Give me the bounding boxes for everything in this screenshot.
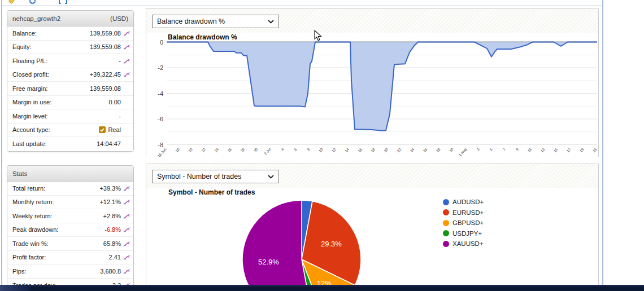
mini-chart-icon[interactable]	[121, 30, 130, 37]
svg-text:-6: -6	[158, 116, 163, 122]
mini-chart-icon[interactable]	[121, 185, 130, 192]
drawdown-chart-title: Balance drawdown %	[168, 33, 237, 41]
svg-text:26: 26	[227, 147, 232, 153]
table-row: Last update:14:04:47	[7, 137, 133, 151]
row-value: 3,680.8	[100, 268, 121, 275]
pencil-icon[interactable]	[8, 0, 15, 7]
legend-item: EURUSD+	[443, 208, 484, 218]
mini-chart-icon[interactable]	[121, 226, 130, 233]
mini-chart-icon[interactable]	[121, 58, 130, 64]
svg-text:26: 26	[423, 147, 428, 153]
row-label: Pips:	[12, 268, 100, 275]
legend-item: AUDUSD+	[443, 197, 484, 208]
mini-chart-icon[interactable]	[121, 71, 130, 78]
chevron-down-icon	[268, 20, 274, 24]
signal-widget-window: nehcap_growth2 (USD) Balance:139,559.08E…	[0, 0, 644, 291]
window-border-right	[602, 0, 603, 285]
svg-text:22: 22	[396, 147, 402, 153]
refresh-icon[interactable]	[29, 0, 36, 7]
svg-text:3: 3	[476, 147, 480, 152]
legend-dot	[443, 199, 449, 205]
table-row: Profit factor:2.41	[7, 251, 133, 265]
row-label: Free margin:	[12, 85, 90, 92]
row-value: 139,559.08	[90, 85, 121, 92]
svg-text:14: 14	[344, 147, 350, 153]
mini-chart-icon[interactable]	[121, 213, 130, 219]
mini-chart-icon[interactable]	[121, 240, 130, 247]
svg-text:-4: -4	[158, 90, 163, 97]
svg-text:20: 20	[383, 147, 389, 153]
legend-dot	[443, 230, 449, 236]
svg-text:21: 21	[592, 147, 598, 153]
legend-label: GBPUSD+	[452, 219, 484, 226]
taskbar[interactable]	[0, 285, 644, 291]
row-value: +39,322.45	[90, 71, 121, 78]
table-row: Account type:Real	[7, 124, 133, 138]
legend-label: XAUUSD+	[452, 240, 484, 247]
fullscreen-icon[interactable]	[59, 0, 67, 7]
svg-text:11: 11	[527, 147, 533, 153]
row-value: Real	[99, 126, 121, 133]
table-row: Equity:139,559.08	[7, 41, 133, 55]
stats-panel: Stats Total return:+39.3%Monthly return:…	[7, 165, 134, 291]
trades-chart-select[interactable]: Symbol - Number of trades	[152, 170, 279, 183]
svg-text:5: 5	[489, 147, 493, 152]
drawdown-select-label: Balance drawdown %	[157, 17, 225, 25]
svg-text:7: 7	[502, 147, 506, 152]
legend-item: XAUUSD+	[443, 239, 484, 249]
svg-text:29.3%: 29.3%	[321, 240, 342, 248]
svg-text:52.9%: 52.9%	[258, 258, 279, 266]
svg-text:17: 17	[566, 147, 572, 153]
row-value: 139,559.08	[90, 30, 121, 37]
svg-text:-8: -8	[158, 142, 163, 148]
stats-title: Stats	[12, 170, 27, 177]
drawdown-chart-select[interactable]: Balance drawdown %	[152, 15, 279, 28]
table-row: Weekly return:+2.8%	[7, 209, 133, 223]
pie-legend: AUDUSD+EURUSD+GBPUSD+USDJPY+XAUUSD+	[443, 197, 484, 249]
row-label: Weekly return:	[12, 213, 103, 219]
svg-text:28: 28	[436, 147, 441, 153]
svg-text:18: 18	[175, 147, 180, 153]
svg-text:28: 28	[240, 147, 245, 153]
pie-chart-box: Symbol - Number of trades Symbol - Numbe…	[146, 164, 599, 291]
svg-text:16 Jun: 16 Jun	[156, 147, 167, 157]
legend-label: EURUSD+	[452, 209, 484, 216]
table-row: Floating P/L:-	[7, 54, 133, 68]
svg-text:30: 30	[449, 147, 454, 153]
account-rows: Balance:139,559.08Equity:139,559.08Float…	[7, 27, 133, 151]
row-value: +2.8%	[103, 213, 121, 219]
svg-text:4: 4	[280, 147, 285, 152]
svg-text:10: 10	[318, 147, 324, 153]
table-row: Free margin:139,559.08	[7, 82, 133, 96]
trades-pie-chart: 29.3%12%52.9%	[238, 198, 368, 291]
row-label: Equity:	[12, 43, 90, 50]
window-border-left	[1, 0, 2, 285]
row-value: 0.00	[109, 99, 121, 105]
stats-rows: Total return:+39.3%Monthly return:+12.1%…	[7, 182, 133, 291]
mouse-cursor	[314, 30, 322, 44]
row-value: 65.8%	[103, 240, 121, 247]
mini-chart-icon[interactable]	[121, 199, 130, 205]
row-value: +39.3%	[99, 185, 121, 192]
svg-text:1 Aug: 1 Aug	[458, 147, 467, 157]
trades-chart-area: Symbol - Number of trades 29.3%12%52.9% …	[146, 188, 598, 291]
legend-label: USDJPY+	[452, 230, 482, 237]
svg-text:-2: -2	[158, 64, 163, 71]
mini-chart-icon[interactable]	[121, 268, 130, 275]
table-row: Trade win %:65.8%	[7, 237, 133, 251]
account-name: nehcap_growth2	[12, 15, 60, 22]
row-value: 2.41	[109, 254, 121, 261]
mini-chart-icon[interactable]	[121, 254, 130, 261]
row-value: 139,559.08	[90, 43, 121, 50]
svg-text:9: 9	[515, 147, 520, 152]
drawdown-chart-box: Balance drawdown % Balance drawdown % 0-…	[146, 8, 599, 157]
svg-text:18: 18	[370, 147, 376, 153]
row-label: Monthly return:	[12, 199, 99, 205]
svg-text:20: 20	[188, 147, 193, 153]
row-label: Profit factor:	[12, 254, 109, 261]
table-row: Balance:139,559.08	[7, 27, 133, 41]
table-row: Margin level:-	[7, 109, 133, 124]
taskbar-start-edge	[0, 285, 32, 291]
svg-text:15: 15	[552, 147, 558, 153]
mini-chart-icon[interactable]	[121, 43, 130, 50]
